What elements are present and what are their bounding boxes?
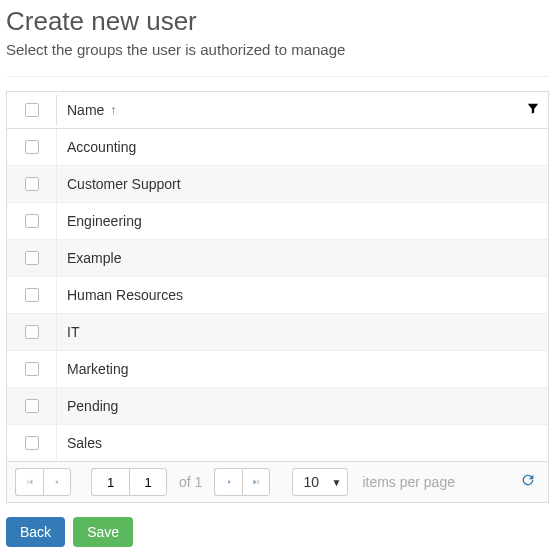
sort-asc-icon: ↑ — [110, 103, 116, 117]
column-header-name[interactable]: Name ↑ — [57, 92, 548, 128]
refresh-button[interactable] — [516, 468, 540, 496]
group-name: Marketing — [67, 361, 128, 377]
group-name: Engineering — [67, 213, 142, 229]
page-size-select[interactable]: 10 ▼ — [292, 468, 348, 496]
of-label: of 1 — [179, 474, 202, 490]
row-checkbox[interactable] — [25, 399, 39, 413]
filter-icon[interactable] — [526, 102, 540, 119]
page-input[interactable] — [91, 468, 129, 496]
back-button[interactable]: Back — [6, 517, 65, 547]
row-checkbox[interactable] — [25, 325, 39, 339]
first-page-button[interactable] — [15, 468, 43, 496]
row-name-cell: Customer Support — [57, 166, 548, 202]
row-name-cell: Sales — [57, 425, 548, 461]
divider — [6, 76, 549, 77]
row-check-cell — [7, 129, 57, 165]
group-name: Sales — [67, 435, 102, 451]
group-name: Customer Support — [67, 176, 181, 192]
column-header-label: Name — [67, 102, 104, 118]
row-checkbox[interactable] — [25, 177, 39, 191]
group-name: IT — [67, 324, 79, 340]
select-all-cell — [7, 95, 57, 125]
row-checkbox[interactable] — [25, 140, 39, 154]
table-row: Pending — [7, 388, 548, 425]
grid-header-row: Name ↑ — [7, 92, 548, 129]
row-check-cell — [7, 203, 57, 239]
row-name-cell: Accounting — [57, 129, 548, 165]
pager: of 1 10 ▼ items per page — [7, 461, 548, 502]
row-name-cell: IT — [57, 314, 548, 350]
table-row: IT — [7, 314, 548, 351]
group-name: Example — [67, 250, 121, 266]
row-checkbox[interactable] — [25, 436, 39, 450]
page-subtitle: Select the groups the user is authorized… — [6, 41, 549, 58]
row-check-cell — [7, 166, 57, 202]
table-row: Accounting — [7, 129, 548, 166]
last-page-button[interactable] — [242, 468, 270, 496]
table-row: Customer Support — [7, 166, 548, 203]
items-per-page-label: items per page — [362, 474, 455, 490]
row-checkbox[interactable] — [25, 251, 39, 265]
row-check-cell — [7, 388, 57, 424]
row-name-cell: Pending — [57, 388, 548, 424]
group-name: Accounting — [67, 139, 136, 155]
groups-grid: Name ↑ AccountingCustomer SupportEnginee… — [6, 91, 549, 503]
row-name-cell: Engineering — [57, 203, 548, 239]
group-name: Pending — [67, 398, 118, 414]
row-check-cell — [7, 425, 57, 461]
row-check-cell — [7, 314, 57, 350]
page-input-2[interactable] — [129, 468, 167, 496]
row-name-cell: Example — [57, 240, 548, 276]
row-name-cell: Marketing — [57, 351, 548, 387]
next-page-button[interactable] — [214, 468, 242, 496]
row-checkbox[interactable] — [25, 214, 39, 228]
prev-page-button[interactable] — [43, 468, 71, 496]
page-title: Create new user — [6, 6, 549, 37]
caret-down-icon: ▼ — [331, 477, 341, 488]
action-bar: Back Save — [6, 517, 549, 547]
save-button[interactable]: Save — [73, 517, 133, 547]
table-row: Human Resources — [7, 277, 548, 314]
table-row: Marketing — [7, 351, 548, 388]
row-checkbox[interactable] — [25, 288, 39, 302]
group-name: Human Resources — [67, 287, 183, 303]
select-all-checkbox[interactable] — [25, 103, 39, 117]
row-check-cell — [7, 240, 57, 276]
table-row: Sales — [7, 425, 548, 461]
row-check-cell — [7, 277, 57, 313]
row-check-cell — [7, 351, 57, 387]
table-row: Example — [7, 240, 548, 277]
row-name-cell: Human Resources — [57, 277, 548, 313]
grid-body: AccountingCustomer SupportEngineeringExa… — [7, 129, 548, 461]
row-checkbox[interactable] — [25, 362, 39, 376]
page-size-value: 10 — [303, 474, 319, 490]
table-row: Engineering — [7, 203, 548, 240]
